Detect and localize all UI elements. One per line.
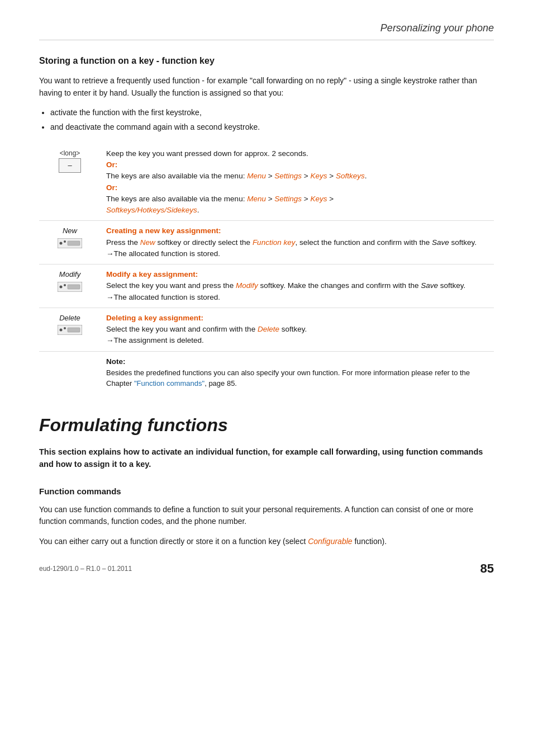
section2-title: Function commands: [39, 486, 494, 496]
table-row: <long> — Keep the key you want pressed d…: [39, 144, 494, 221]
header-title: Personalizing your phone: [380, 22, 494, 34]
or-label-2: Or:: [106, 183, 117, 192]
new-desc-text: Press the New softkey or directly select…: [106, 237, 488, 260]
phone-icon-delete: [58, 325, 82, 335]
arrow-3: →: [106, 336, 114, 344]
svg-rect-3: [68, 241, 80, 245]
desc-col-long: Keep the key you want pressed down for a…: [101, 144, 494, 221]
phone-icon-new: [58, 238, 82, 248]
save-softkey-2: Save: [421, 281, 438, 290]
svg-rect-11: [68, 328, 80, 332]
svg-point-1: [60, 242, 63, 244]
key-col-new: New: [39, 221, 101, 264]
delete-desc-text: Select the key you want and confirm with…: [106, 324, 488, 347]
key-long-label: <long>: [45, 148, 95, 158]
para2-start: You can either carry out a function dire…: [39, 537, 308, 546]
key-delete-label: Delete: [45, 313, 95, 324]
delete-softkey: Delete: [258, 325, 279, 333]
menu-link-1: Menu: [247, 172, 266, 180]
page-number: 85: [480, 561, 494, 576]
svg-point-5: [60, 285, 63, 288]
desc-col-new: Creating a new key assignment: Press the…: [101, 221, 494, 264]
menu-link-2: Menu: [247, 195, 266, 203]
table-row: Delete Deleting a key assignment: Select…: [39, 308, 494, 351]
desc-col-modify: Modify a key assignment: Select the key …: [101, 264, 494, 308]
key-col-delete: Delete: [39, 308, 101, 351]
svg-point-6: [64, 284, 66, 286]
bullet-list: activate the function with the first key…: [50, 107, 494, 133]
section2-para1: You can use function commands to define …: [39, 504, 494, 528]
modify-desc-text: Select the key you want and press the Mo…: [106, 280, 488, 303]
note-title: Note:: [106, 356, 488, 367]
key-new-label: New: [45, 225, 95, 237]
section1-title: Storing a function on a key - function k…: [39, 56, 494, 66]
new-desc-title: Creating a new key assignment:: [106, 225, 488, 237]
svg-rect-7: [68, 285, 80, 289]
bullet-item-1: activate the function with the first key…: [50, 107, 494, 119]
page-header: Personalizing your phone: [39, 22, 494, 40]
para2-end: function).: [353, 537, 387, 546]
key-modify-icon: [45, 282, 95, 295]
desc-col-delete: Deleting a key assignment: Select the ke…: [101, 308, 494, 351]
new-softkey: New: [140, 238, 155, 247]
delete-desc-title: Deleting a key assignment:: [106, 313, 488, 324]
key-table: <long> — Keep the key you want pressed d…: [39, 144, 494, 394]
function-key-link: Function key: [253, 238, 296, 247]
svg-point-9: [60, 329, 63, 332]
note-text: Besides the predefined functions you can…: [106, 367, 488, 389]
arrow-1: →: [106, 249, 114, 258]
settings-link-2: Settings: [274, 195, 302, 203]
save-softkey-1: Save: [432, 238, 449, 247]
keys-link-1: Keys: [310, 172, 327, 180]
configurable-link: Configurable: [308, 537, 352, 546]
table-row-note: Note: Besides the predefined functions y…: [39, 351, 494, 394]
settings-link-1: Settings: [274, 172, 302, 180]
modify-desc-title: Modify a key assignment:: [106, 269, 488, 280]
modify-softkey: Modify: [236, 281, 258, 290]
table-row: New Creating a new key assignment: Press…: [39, 221, 494, 264]
key-col-note: [39, 351, 101, 394]
doc-id: eud-1290/1.0 – R1.0 – 01.2011: [39, 565, 132, 573]
chapter-subtitle: This section explains how to activate an…: [39, 446, 494, 471]
softkeys-hotkeys-link: Softkeys/Hotkeys/Sidekeys: [106, 206, 197, 214]
desc-text-keep: Keep the key you want pressed down for a…: [106, 149, 367, 214]
key-col-long: <long> —: [39, 144, 101, 221]
section1-intro: You want to retrieve a frequently used f…: [39, 75, 494, 99]
key-long-symbol: —: [45, 158, 95, 173]
keys-link-2: Keys: [310, 195, 327, 203]
key-modify-label: Modify: [45, 269, 95, 280]
chapter-title: Formulating functions: [39, 415, 494, 436]
page-footer: eud-1290/1.0 – R1.0 – 01.2011 85: [39, 561, 494, 576]
softkeys-link-1: Softkeys: [336, 172, 365, 180]
key-delete-icon: [45, 325, 95, 338]
bullet-item-2: and deactivate the command again with a …: [50, 121, 494, 134]
key-col-modify: Modify: [39, 264, 101, 308]
arrow-2: →: [106, 293, 114, 301]
section2-para2: You can either carry out a function dire…: [39, 536, 494, 548]
svg-point-10: [64, 327, 66, 329]
key-new-icon: [45, 238, 95, 252]
function-commands-link[interactable]: "Function commands": [134, 379, 204, 388]
or-label-1: Or:: [106, 160, 117, 169]
page: Personalizing your phone Storing a funct…: [0, 0, 533, 589]
long-key-icon: —: [59, 158, 81, 173]
desc-col-note: Note: Besides the predefined functions y…: [101, 351, 494, 394]
svg-point-2: [64, 240, 66, 243]
table-row: Modify Modify a key assignment: Select t…: [39, 264, 494, 308]
phone-icon-modify: [58, 282, 82, 292]
